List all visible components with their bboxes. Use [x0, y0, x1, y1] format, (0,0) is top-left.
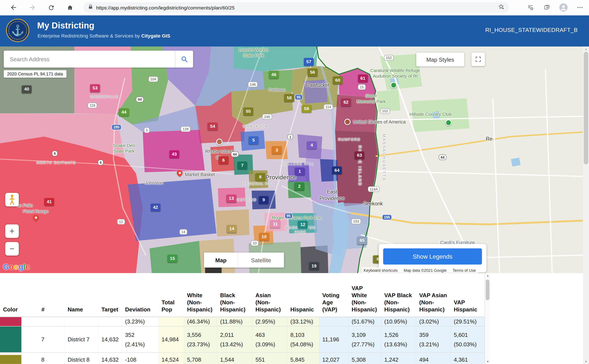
district-badge-64[interactable]: 64	[332, 166, 342, 174]
column-header[interactable]: VAP Black (Non-Hispanic)	[381, 273, 416, 317]
district-badge-54[interactable]: 54	[208, 122, 217, 130]
district-badge-65[interactable]: 65	[357, 237, 367, 245]
district-badge-6[interactable]: 6	[219, 156, 228, 164]
zoom-out-button[interactable]: −	[5, 242, 19, 256]
table-scrollbar[interactable]: ▲ ▼	[485, 273, 490, 364]
page-scroll-down-icon[interactable]: ▼	[583, 360, 589, 363]
zoom-in-button[interactable]: +	[5, 224, 19, 238]
column-header[interactable]: #	[21, 273, 65, 317]
district-badge-63[interactable]: 63	[355, 151, 364, 159]
table-cell: (29.51%)	[451, 317, 485, 326]
district-badge-60[interactable]: 60	[333, 76, 343, 84]
table-cell: 11,196	[319, 326, 349, 352]
district-badge-42[interactable]: 42	[151, 204, 160, 212]
refresh-icon[interactable]	[47, 3, 56, 12]
district-badge-7[interactable]: 7	[237, 162, 247, 170]
column-header[interactable]: VAP Asian (Non-Hispanic)	[416, 273, 451, 317]
plan-name: RI_HOUSE_STATEWIDEDRAFT_B	[485, 27, 578, 33]
table-scroll-thumb[interactable]	[486, 280, 489, 300]
keyboard-shortcuts-link[interactable]: Keyboard shortcuts	[363, 268, 398, 273]
district-badge-2[interactable]: 2	[294, 182, 304, 190]
pegman-control[interactable]	[5, 193, 19, 207]
map-styles-button[interactable]: Map Styles	[416, 52, 464, 66]
browser-menu-icon[interactable]	[576, 3, 584, 12]
map-attribution: Keyboard shortcuts Map data ©2021 Google…	[361, 267, 478, 273]
column-header[interactable]: Black (Non-Hispanic)	[217, 273, 252, 317]
fullscreen-button[interactable]	[471, 52, 485, 66]
profile-avatar[interactable]	[559, 3, 568, 12]
table-cell: 1,544	[217, 353, 252, 364]
column-header[interactable]: Total Pop	[159, 273, 184, 317]
terms-of-use-link[interactable]: Terms of Use	[453, 268, 476, 273]
add-favorite-icon[interactable]	[498, 3, 504, 12]
district-badge-1[interactable]: 1	[295, 168, 305, 176]
district-badge-10[interactable]: 10	[259, 233, 269, 241]
district-badge-43[interactable]: 43	[169, 150, 179, 158]
district-badge-15[interactable]: 15	[168, 254, 177, 262]
map-region	[380, 54, 422, 90]
search-input[interactable]	[4, 51, 175, 67]
page-scrollbar[interactable]: ▲ ▼	[583, 46, 589, 364]
address-bar[interactable]: https://app.mydistricting.com/legdistric…	[83, 2, 509, 13]
url-text[interactable]: https://app.mydistricting.com/legdistric…	[96, 5, 498, 10]
table-scroll-down-icon[interactable]: ▼	[485, 360, 491, 363]
column-header[interactable]: Deviation	[122, 273, 159, 317]
table-row[interactable]: 7District 714,632352(2.41%)14,9843,556(2…	[0, 326, 485, 352]
district-badge-44[interactable]: 44	[119, 108, 129, 116]
district-badge-5[interactable]: 5	[249, 136, 258, 144]
app-title: My Districting	[37, 21, 94, 31]
collections-icon[interactable]	[542, 3, 551, 12]
column-header[interactable]: Name	[65, 273, 98, 317]
district-badge-40[interactable]: 40	[22, 85, 32, 93]
subtitle-brand[interactable]: Citygate GIS	[141, 33, 170, 39]
district-badge-58[interactable]: 58	[284, 94, 294, 102]
column-header[interactable]: Color	[0, 273, 21, 317]
district-badge-46[interactable]: 46	[269, 71, 279, 79]
search-button[interactable]	[175, 51, 193, 67]
table-cell: 5,308	[349, 353, 381, 364]
map[interactable]: Lincoln Woods State ParkGREENVILLEPawtuc…	[0, 46, 583, 273]
district-badge-4[interactable]: 4	[307, 141, 316, 149]
district-badge-12[interactable]: 12	[298, 221, 308, 229]
district-badge-8[interactable]: 8	[255, 173, 265, 181]
column-header[interactable]: VAP White (Non-Hispanic)	[349, 273, 381, 317]
district-badge-3[interactable]: 3	[272, 146, 282, 154]
page-scroll-thumb[interactable]	[584, 52, 588, 164]
column-header[interactable]: Voting Age (VAP)	[319, 273, 349, 317]
district-badge-11[interactable]: 11	[271, 220, 280, 228]
table-cell: 7	[21, 326, 65, 352]
district-badge-59[interactable]: 59	[302, 105, 311, 113]
favorites-icon[interactable]	[526, 3, 535, 12]
map-data-credit: Map data ©2021 Google	[404, 268, 447, 273]
district-badge-61[interactable]: 61	[358, 75, 368, 83]
district-badge-13[interactable]: 13	[227, 195, 236, 202]
map-toggle-button[interactable]: Map	[204, 253, 238, 268]
table-row[interactable]: 8District 814,632-10814,5245,7081,544551…	[0, 352, 485, 364]
district-badge-53[interactable]: 53	[90, 84, 100, 92]
page-scroll-up-icon[interactable]: ▲	[583, 48, 589, 50]
district-badge-9[interactable]: 9	[259, 196, 269, 204]
column-header[interactable]: Asian (Non-Hispanic)	[252, 273, 287, 317]
table-row[interactable]: (3.23%)(46.34%)(11.88%)(2.95%)(33.12%)(5…	[0, 317, 485, 326]
table-cell: 14,524	[159, 353, 184, 364]
table-scroll-up-icon[interactable]: ▲	[485, 274, 491, 277]
district-badge-55[interactable]: 55	[243, 108, 253, 116]
table-cell: 14,984	[159, 326, 184, 352]
district-badge-14[interactable]: 14	[227, 225, 237, 233]
column-header[interactable]: Hispanic	[287, 273, 319, 317]
district-badge-41[interactable]: 41	[44, 198, 54, 206]
google-logo[interactable]: Google	[3, 263, 30, 271]
home-icon[interactable]	[65, 3, 74, 12]
column-header[interactable]: Target	[98, 273, 122, 317]
district-badge-56[interactable]: 56	[308, 69, 317, 77]
column-header[interactable]: VAP Hispanic	[451, 273, 485, 317]
district-badge-62[interactable]: 62	[341, 98, 351, 106]
forward-icon[interactable]	[28, 3, 37, 12]
satellite-toggle-button[interactable]: Satellite	[238, 253, 284, 268]
district-badge-57[interactable]: 57	[304, 58, 314, 66]
column-header[interactable]: White (Non-Hispanic)	[184, 273, 217, 317]
district-badge-19[interactable]: 19	[309, 262, 319, 270]
back-icon[interactable]	[9, 3, 18, 12]
show-legends-button[interactable]: Show Legends	[383, 248, 482, 265]
table-cell: (33.12%)	[287, 317, 319, 326]
